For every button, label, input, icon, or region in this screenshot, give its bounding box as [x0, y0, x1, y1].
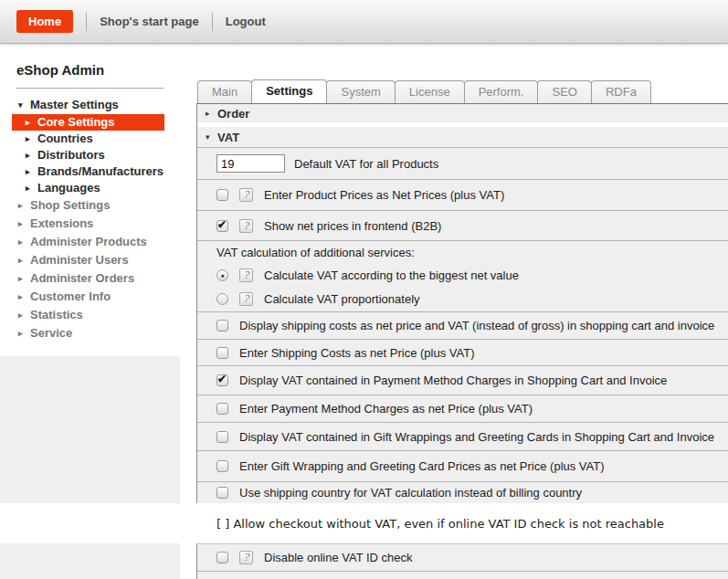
checkbox[interactable] [216, 487, 228, 499]
checkbox[interactable] [216, 189, 228, 201]
sidebar-item-label: Languages [37, 181, 100, 195]
help-icon[interactable]: ? [239, 188, 253, 202]
chevron-down-icon: ▾ [206, 132, 217, 142]
tab-system[interactable]: System [326, 80, 395, 103]
field-label: Display VAT contained in Payment Method … [239, 374, 667, 387]
section-header-label: VAT [217, 131, 239, 144]
untranslated-row: [ ] Allow checkout without VAT, even if … [196, 503, 728, 543]
sidebar-item-languages[interactable]: ▸Languages [0, 180, 180, 196]
sidebar: eShop Admin ▾Master Settings ▸Core Setti… [0, 44, 180, 579]
section-header-order[interactable]: ▸ Order [196, 103, 728, 122]
sidebar-item-customer-info[interactable]: ▸Customer Info [0, 288, 180, 306]
checkmark-icon: ✔ [217, 218, 227, 231]
chevron-right-icon: ▸ [18, 288, 30, 306]
chevron-right-icon: ▸ [18, 269, 30, 288]
tab-main[interactable]: Main [197, 80, 252, 103]
section-header-vat[interactable]: ▾ VAT [197, 127, 728, 147]
chevron-right-icon: ▸ [18, 196, 30, 215]
sidebar-item-administer-users[interactable]: ▸Administer Users [0, 251, 180, 269]
settings-form: ▸ Order ▾ VAT Default VAT for all Produc… [196, 103, 728, 579]
sidebar-item-service[interactable]: ▸Service [0, 324, 180, 342]
sidebar-item-master-settings[interactable]: ▾Master Settings [0, 96, 180, 114]
chevron-right-icon: ▸ [18, 215, 30, 233]
checkbox[interactable] [216, 403, 228, 415]
form-row: ✔ Display VAT contained in Payment Metho… [197, 365, 728, 395]
field-label: Enter Shipping Costs as net Price (plus … [239, 346, 474, 360]
sidebar-item-shop-settings[interactable]: ▸Shop Settings [0, 196, 180, 215]
form-row: Display shipping costs as net price and … [197, 311, 728, 339]
field-label: Display VAT contained in Gift Wrappings … [239, 430, 714, 444]
help-icon[interactable]: ? [239, 219, 253, 233]
field-label: Enter Gift Wrapping and Greeting Card Pr… [239, 459, 605, 473]
default-vat-input[interactable] [216, 154, 285, 173]
section-vat-id-check: ? Disable online VAT ID check [196, 543, 728, 579]
sidebar-item-countries[interactable]: ▸Countries [0, 131, 180, 147]
main-area: Main Settings System License Perform. SE… [180, 44, 728, 579]
help-icon[interactable]: ? [239, 268, 253, 282]
shops-start-page-link[interactable]: Shop's start page [100, 15, 199, 28]
checkbox[interactable] [216, 460, 228, 472]
sidebar-item-label: Brands/Manufacturers [37, 164, 164, 178]
radio-button[interactable] [216, 293, 228, 305]
form-row: Enter Shipping Costs as net Price (plus … [197, 339, 728, 365]
form-row: Enter Payment Method Charges as net Pric… [197, 395, 728, 422]
logout-link[interactable]: Logout [226, 15, 266, 28]
chevron-right-icon: ▸ [18, 251, 30, 269]
tab-bar: Main Settings System License Perform. SE… [197, 80, 650, 103]
sidebar-item-label: Core Settings [37, 115, 115, 129]
form-row: Display VAT contained in Gift Wrappings … [197, 422, 728, 450]
tab-seo[interactable]: SEO [537, 80, 591, 103]
form-row: ✔ ? Show net prices in frontend (B2B) [197, 210, 728, 240]
tab-perform[interactable]: Perform. [464, 80, 539, 103]
checkbox[interactable] [216, 431, 228, 443]
chevron-down-icon: ▾ [18, 96, 30, 114]
checkbox[interactable]: ✔ [216, 374, 228, 386]
chevron-right-icon: ▸ [26, 131, 37, 147]
form-row: ? Disable online VAT ID check [197, 544, 728, 572]
radio-button[interactable]: ● [216, 269, 228, 281]
help-icon[interactable]: ? [239, 292, 253, 306]
sidebar-item-label: Service [30, 326, 72, 340]
home-button[interactable]: Home [16, 10, 73, 33]
chevron-right-icon: ▸ [18, 233, 30, 251]
checkbox[interactable]: ✔ [216, 220, 228, 232]
chevron-right-icon: ▸ [18, 324, 30, 342]
form-row: ? Enter Product Prices as Net Prices (pl… [197, 179, 728, 210]
form-row: ? Calculate VAT proportionately [197, 287, 728, 311]
tab-rdfa[interactable]: RDFa [591, 80, 651, 103]
field-label: Enter Payment Method Charges as net Pric… [239, 402, 533, 416]
sidebar-item-brands-manufacturers[interactable]: ▸Brands/Manufacturers [0, 163, 180, 180]
sidebar-item-label: Shop Settings [30, 198, 110, 212]
sidebar-gray-panel [0, 356, 180, 503]
topbar-divider [212, 13, 213, 31]
help-icon[interactable]: ? [239, 551, 253, 564]
tab-settings[interactable]: Settings [251, 79, 327, 103]
field-label: Calculate VAT according to the biggest n… [264, 268, 519, 282]
checkbox[interactable] [216, 347, 228, 359]
form-row: ● ? Calculate VAT according to the bigge… [197, 263, 728, 287]
checkbox[interactable] [216, 552, 228, 563]
form-row: Use shipping country for VAT calculation… [197, 481, 728, 503]
tab-license[interactable]: License [395, 80, 465, 103]
sidebar-item-label: Master Settings [30, 98, 119, 111]
sidebar-white-band [0, 503, 180, 543]
field-label: Calculate VAT proportionately [264, 292, 420, 306]
chevron-right-icon: ▸ [26, 180, 37, 196]
sidebar-item-label: Statistics [30, 308, 83, 321]
form-row: VAT calculation of additional services: [197, 240, 728, 263]
checkbox[interactable] [216, 320, 228, 332]
radio-dot-icon: ● [217, 270, 227, 281]
form-row: Enter Gift Wrapping and Greeting Card Pr… [197, 450, 728, 481]
sidebar-item-extensions[interactable]: ▸Extensions [0, 215, 180, 233]
sidebar-item-core-settings[interactable]: ▸Core Settings [12, 114, 164, 131]
app-title: eShop Admin [16, 62, 164, 78]
sidebar-item-label: Distributors [37, 148, 105, 162]
raw-label: [ ] Allow checkout without VAT, even if … [216, 517, 664, 531]
sidebar-divider [16, 88, 164, 89]
section-header-label: Order [217, 107, 249, 121]
sidebar-item-statistics[interactable]: ▸Statistics [0, 306, 180, 324]
sidebar-item-administer-products[interactable]: ▸Administer Products [0, 233, 180, 251]
sidebar-gray-panel [0, 543, 180, 579]
sidebar-item-distributors[interactable]: ▸Distributors [0, 147, 180, 163]
sidebar-item-administer-orders[interactable]: ▸Administer Orders [0, 269, 180, 288]
